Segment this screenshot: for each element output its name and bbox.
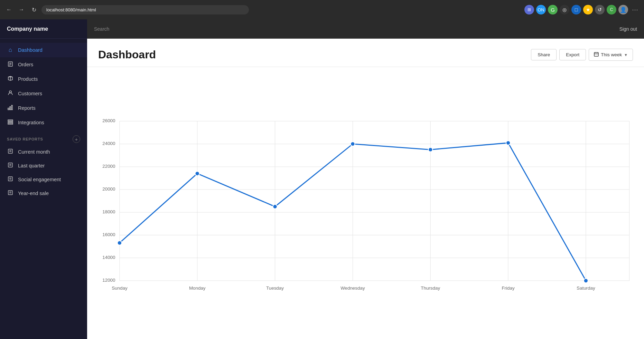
add-saved-report-button[interactable]: + [73,135,80,143]
app-layout: Company name ⌂ Dashboard Orders [0,19,644,339]
svg-point-58 [506,141,510,145]
orders-icon [7,61,14,68]
export-button[interactable]: Export [559,49,586,60]
reports-icon [7,105,14,112]
sidebar-label-orders: Orders [18,62,33,67]
svg-rect-16 [8,163,12,167]
sidebar-item-products[interactable]: Products [0,72,87,86]
svg-rect-8 [10,107,11,110]
chart-container: 26000 24000 22000 20000 18000 16000 1400… [87,67,644,339]
sidebar: Company name ⌂ Dashboard Orders [0,19,87,339]
back-button[interactable]: ← [4,5,14,14]
integrations-icon [7,119,14,126]
ext-icon-6[interactable]: ★ [583,5,593,14]
doc-icon-3 [7,176,14,183]
saved-reports-section: SAVED REPORTS + [0,130,87,145]
customers-icon [7,90,14,97]
app-topbar: Company name [0,19,87,39]
chevron-down-icon: ▼ [624,53,628,57]
ext-icon-8[interactable]: C [607,5,616,14]
address-bar[interactable] [41,5,249,14]
svg-text:Sunday: Sunday [112,285,128,291]
share-button[interactable]: Share [531,49,557,60]
signout-button[interactable]: Sign out [619,26,637,32]
svg-rect-7 [8,108,9,110]
header-actions: Share Export This week ▼ [531,49,633,61]
ext-icon-5[interactable]: □ [571,5,581,14]
content-header: Dashboard Share Export T [87,39,644,67]
svg-text:12000: 12000 [102,278,115,283]
doc-icon-4 [7,190,14,196]
main-content: Dashboard Share Export T [87,39,644,339]
svg-point-59 [584,279,588,283]
svg-text:Saturday: Saturday [577,285,595,291]
sidebar-item-current-month[interactable]: Current month [0,145,87,159]
refresh-button[interactable]: ↻ [29,5,39,14]
doc-icon-2 [7,163,14,169]
products-icon [7,76,14,83]
period-label: This week [601,52,622,57]
svg-text:Friday: Friday [502,285,515,291]
forward-button[interactable]: → [17,5,26,14]
line-chart: 26000 24000 22000 20000 18000 16000 1400… [98,74,633,329]
profile-icon[interactable]: 👤 [618,5,628,14]
chart-wrapper: 26000 24000 22000 20000 18000 16000 1400… [98,74,633,329]
sidebar-nav: ⌂ Dashboard Orders [0,39,87,204]
svg-rect-9 [11,105,12,110]
sidebar-item-last-quarter[interactable]: Last quarter [0,159,87,173]
svg-text:18000: 18000 [102,209,115,214]
svg-text:22000: 22000 [102,164,115,169]
sidebar-item-integrations[interactable]: Integrations [0,115,87,130]
svg-text:Monday: Monday [189,285,206,291]
ext-icon-2[interactable]: ON [536,5,546,14]
brand-name: Company name [7,26,48,32]
sidebar-label-year-end-sale: Year-end sale [18,191,49,196]
svg-point-57 [428,147,432,152]
search-input[interactable] [94,26,619,32]
browser-extension-icons: ⊞ ON G ◎ □ ★ ↺ C 👤 ⋯ [524,5,640,14]
topbar: Sign out [87,19,644,39]
page-title: Dashboard [98,48,156,61]
sidebar-item-orders[interactable]: Orders [0,57,87,72]
calendar-icon [594,52,599,58]
sidebar-label-integrations: Integrations [18,120,44,125]
svg-text:Thursday: Thursday [421,285,440,291]
svg-point-56 [351,142,355,146]
ext-icon-3[interactable]: G [548,5,558,14]
sidebar-item-customers[interactable]: Customers [0,86,87,101]
sidebar-item-social-engagement[interactable]: Social engagement [0,173,87,186]
browser-chrome: ← → ↻ ⊞ ON G ◎ □ ★ ↺ C 👤 ⋯ [0,0,644,19]
svg-text:20000: 20000 [102,186,115,192]
doc-icon-1 [7,149,14,155]
svg-rect-11 [8,122,13,123]
menu-icon[interactable]: ⋯ [630,5,640,14]
svg-text:24000: 24000 [102,141,115,146]
svg-rect-12 [8,123,13,124]
svg-rect-22 [8,191,12,195]
svg-text:Wednesday: Wednesday [340,285,365,291]
svg-point-55 [273,204,277,209]
sidebar-item-reports[interactable]: Reports [0,101,87,115]
svg-point-54 [195,171,199,175]
sidebar-label-social-engagement: Social engagement [18,177,61,182]
svg-rect-19 [8,177,12,181]
period-dropdown-button[interactable]: This week ▼ [589,49,633,61]
sidebar-label-products: Products [18,76,38,82]
ext-icon-4[interactable]: ◎ [560,5,569,14]
svg-rect-10 [8,120,13,121]
home-icon: ⌂ [7,47,14,54]
sidebar-label-current-month: Current month [18,149,50,155]
sidebar-label-reports: Reports [18,105,36,111]
sidebar-label-dashboard: Dashboard [18,47,43,53]
sidebar-label-last-quarter: Last quarter [18,163,45,168]
sidebar-item-dashboard[interactable]: ⌂ Dashboard [0,43,87,57]
svg-point-53 [118,241,122,245]
ext-icon-7[interactable]: ↺ [595,5,605,14]
sidebar-label-customers: Customers [18,91,42,96]
svg-text:26000: 26000 [102,118,115,123]
ext-icon-1[interactable]: ⊞ [524,5,534,14]
svg-text:16000: 16000 [102,232,115,237]
svg-text:Tuesday: Tuesday [266,285,284,291]
sidebar-item-year-end-sale[interactable]: Year-end sale [0,186,87,200]
svg-point-6 [9,91,11,93]
